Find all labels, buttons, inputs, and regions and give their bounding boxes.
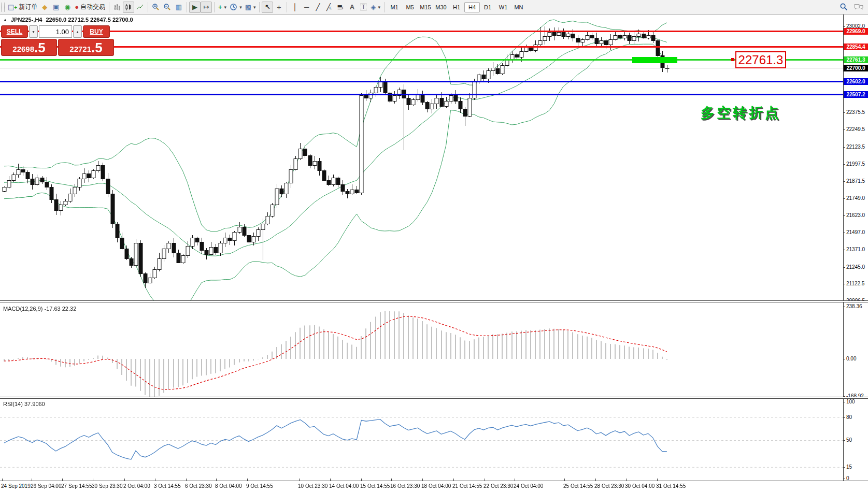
time-axis-tick-mark xyxy=(299,479,300,481)
metaeditor-button[interactable]: ◆ xyxy=(39,2,50,13)
search-icon[interactable] xyxy=(839,3,848,11)
zoom-in-icon xyxy=(152,3,160,11)
time-axis-tick: 31 Oct 14:55 xyxy=(656,483,686,489)
rsi-pane-canvas[interactable] xyxy=(0,399,843,481)
volume-increase-button[interactable]: ▴ xyxy=(73,25,82,38)
timeframe-H1-button[interactable]: H1 xyxy=(449,2,464,12)
timeframe-D1-button[interactable]: D1 xyxy=(480,2,495,12)
time-axis-tick-mark xyxy=(422,479,423,481)
timeframe-M5-button[interactable]: M5 xyxy=(402,2,418,12)
trendline-button[interactable]: ╱ xyxy=(312,2,323,13)
horizontal-level-22761.3[interactable] xyxy=(0,59,843,61)
bar-chart-button[interactable] xyxy=(111,2,123,13)
periods-button[interactable]: ▾ xyxy=(228,2,244,13)
horizontal-level-22602.0[interactable] xyxy=(0,81,843,82)
chat-icon[interactable] xyxy=(853,3,864,11)
crosshair-button[interactable]: + xyxy=(273,2,284,13)
axis-tick-mark xyxy=(843,215,845,216)
axis-tick: 21997.5 xyxy=(846,161,865,167)
axis-tick-mark xyxy=(843,440,845,441)
buy-price-main: 22721 xyxy=(69,45,91,54)
horizontal-level-22969.0[interactable] xyxy=(0,31,843,32)
timeframe-M30-button[interactable]: M30 xyxy=(433,2,449,12)
line-chart-button[interactable] xyxy=(134,2,146,13)
time-axis-tick: 22 Oct 23:30 xyxy=(483,483,513,489)
zoom-in-button[interactable] xyxy=(150,2,162,13)
zoom-out-button[interactable] xyxy=(162,2,173,13)
autotrading-button[interactable]: ● 自动交易 xyxy=(73,2,107,13)
price-callout-label[interactable]: 22761.3 xyxy=(735,51,786,68)
price-badge-22969.0: 22969.0 xyxy=(844,28,868,35)
vertical-line-button[interactable]: │ xyxy=(289,2,301,13)
new-order-button[interactable]: ▤+ 新订单 xyxy=(6,2,39,13)
time-axis-tick-mark xyxy=(124,479,125,481)
axis-tick: 22123.5 xyxy=(846,144,865,150)
buy-button[interactable]: BUY xyxy=(83,25,110,38)
highlight-rectangle[interactable] xyxy=(632,57,677,63)
buy-price-frac: .5 xyxy=(91,41,103,54)
timeframe-W1-button[interactable]: W1 xyxy=(495,2,511,12)
collapse-icon[interactable]: ▲ xyxy=(3,18,7,22)
axis-tick-mark xyxy=(843,467,845,468)
horizontal-level-22507.2[interactable] xyxy=(0,94,843,95)
time-axis-tick-mark xyxy=(564,479,565,481)
chart-header: ▲ JPN225-,H4 22650.0 22712.5 22647.5 227… xyxy=(3,17,133,23)
sell-price-box[interactable]: 22698.5 xyxy=(1,39,57,56)
horizontal-line-button[interactable]: ─ xyxy=(301,2,312,13)
time-axis-tick: 28 Oct 23:30 xyxy=(594,483,624,489)
rsi-label: RSI(14) 37.9060 xyxy=(3,401,45,407)
text-label-button[interactable]: T xyxy=(358,2,369,13)
arrows-button[interactable]: ◈ ▾ xyxy=(369,2,382,13)
time-axis-tick-mark xyxy=(485,479,485,481)
time-axis-line xyxy=(0,481,868,481)
horizontal-level-22700.0[interactable] xyxy=(0,68,843,68)
tile-windows-button[interactable]: ▦ xyxy=(173,2,184,13)
terminal-icon: ▣ xyxy=(53,4,59,10)
volume-input[interactable] xyxy=(39,25,72,38)
cursor-button[interactable]: ↖ xyxy=(262,2,273,13)
pane-splitter[interactable] xyxy=(0,397,868,399)
terminal-button[interactable]: ▣ xyxy=(50,2,62,13)
buy-price-box[interactable]: 22721.5 xyxy=(58,39,114,56)
sell-button[interactable]: SELL xyxy=(1,25,28,38)
time-axis-tick: 8 Oct 04:00 xyxy=(215,483,242,489)
auto-scroll-button[interactable]: ▶ xyxy=(189,2,201,13)
time-axis-tick-mark xyxy=(2,479,3,481)
horizontal-level-22854.4[interactable] xyxy=(0,46,843,48)
toolbar-separator xyxy=(214,2,215,12)
volume-decrease-button[interactable]: ▾ xyxy=(29,25,38,38)
time-axis-tick: 30 Oct 04:00 xyxy=(625,483,654,489)
chart-shift-button[interactable]: ↦ xyxy=(201,2,212,13)
macd-pane-canvas[interactable] xyxy=(0,302,843,397)
channel-button[interactable]: ╱E xyxy=(323,2,335,13)
text-button[interactable]: A xyxy=(346,2,358,13)
toolbar-grip[interactable] xyxy=(1,3,5,12)
timeframe-M1-button[interactable]: M1 xyxy=(387,2,402,12)
sell-price-main: 22698 xyxy=(12,45,34,54)
timeframe-H4-button[interactable]: H4 xyxy=(464,2,480,12)
fibonacci-button[interactable]: ≣F xyxy=(335,2,346,13)
axis-tick-mark xyxy=(843,26,845,27)
bar-chart-icon xyxy=(113,3,121,11)
time-axis-tick-mark xyxy=(657,479,658,481)
toolbar-separator xyxy=(259,2,260,12)
axis-tick: 21245.0 xyxy=(846,264,865,270)
time-axis-tick-mark xyxy=(247,479,248,481)
price-label-handle[interactable] xyxy=(731,58,734,61)
news-button[interactable]: ◉ xyxy=(62,2,73,13)
axis-tick: 21122.5 xyxy=(846,281,864,286)
toolbar-separator xyxy=(109,2,109,12)
main-chart-canvas[interactable] xyxy=(0,15,843,300)
pane-splitter[interactable] xyxy=(0,300,868,302)
autotrading-icon: ● xyxy=(75,4,79,10)
templates-button[interactable]: ▩ ▾ xyxy=(244,2,258,13)
timeframe-MN-button[interactable]: MN xyxy=(511,2,527,12)
timeframe-M15-button[interactable]: M15 xyxy=(418,2,433,12)
indicators-button[interactable]: + ▾ xyxy=(217,2,228,13)
time-axis-tick: 15 Oct 14:55 xyxy=(360,483,390,489)
axis-tick-mark xyxy=(843,402,845,402)
axis-tick-mark xyxy=(843,284,845,284)
candlestick-chart-button[interactable] xyxy=(123,2,134,13)
clock-icon xyxy=(230,3,237,11)
chinese-note[interactable]: 多空转折点 xyxy=(701,104,781,122)
